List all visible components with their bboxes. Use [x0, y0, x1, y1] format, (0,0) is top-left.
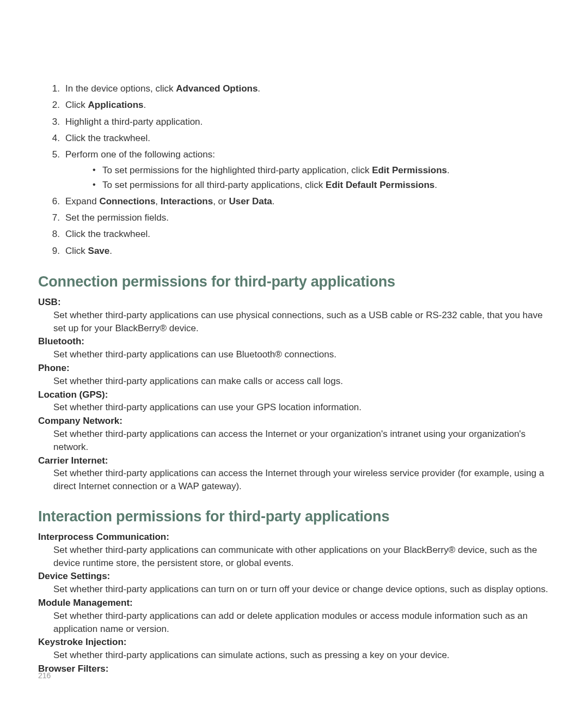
step-item: Perform one of the following actions:To … [49, 148, 550, 192]
definition-term: Interprocess Communication: [38, 531, 550, 544]
step-item: Set the permission fields. [49, 211, 550, 225]
definition-term: Module Management: [38, 597, 550, 610]
definition-description: Set whether third-party applications can… [53, 544, 550, 570]
bold-text: Applications [88, 100, 144, 110]
definition-description: Set whether third-party applications can… [53, 401, 550, 414]
sub-list-item: To set permissions for the highlighted t… [93, 163, 550, 178]
bold-text: Interactions [161, 196, 213, 206]
step-item: Expand Connections, Interactions, or Use… [49, 194, 550, 209]
definition-term: Carrier Internet: [38, 454, 550, 467]
bold-text: Advanced Options [176, 83, 258, 94]
step-item: Click the trackwheel. [49, 131, 550, 145]
definition-description: Set whether third-party applications can… [53, 583, 550, 596]
definition-description: Set whether third-party applications can… [53, 428, 550, 454]
definition-term: Browser Filters: [38, 662, 550, 675]
definition-description: Set whether third-party applications can… [53, 348, 550, 361]
definition-term: Keystroke Injection: [38, 636, 550, 649]
definition-term: USB: [38, 296, 550, 309]
document-page: In the device options, click Advanced Op… [0, 0, 588, 675]
definition-list-connection: USB:Set whether third-party applications… [38, 296, 550, 493]
definition-term: Bluetooth: [38, 335, 550, 348]
definition-term: Location (GPS): [38, 388, 550, 401]
section-heading-interaction: Interaction permissions for third-party … [38, 508, 550, 525]
bold-text: Edit Default Permissions [326, 180, 434, 190]
step-item: Click the trackwheel. [49, 227, 550, 241]
bold-text: User Data [229, 196, 272, 206]
definition-description: Set whether third-party applications can… [53, 649, 550, 662]
steps-list: In the device options, click Advanced Op… [49, 82, 550, 258]
step-item: Click Save. [49, 244, 550, 258]
bold-text: Edit Permissions [372, 165, 447, 175]
step-item: Click Applications. [49, 98, 550, 112]
page-number: 216 [38, 671, 51, 680]
definition-term: Device Settings: [38, 570, 550, 583]
definition-description: Set whether third-party applications can… [53, 467, 550, 493]
definition-description: Set whether third-party applications can… [53, 610, 550, 636]
definition-description: Set whether third-party applications can… [53, 375, 550, 388]
definition-term: Phone: [38, 362, 550, 375]
section-heading-connection: Connection permissions for third-party a… [38, 273, 550, 290]
sub-list-item: To set permissions for all third-party a… [93, 178, 550, 192]
definition-description: Set whether third-party applications can… [53, 309, 550, 335]
step-item: In the device options, click Advanced Op… [49, 82, 550, 96]
sub-list: To set permissions for the highlighted t… [93, 163, 550, 192]
bold-text: Save [88, 246, 110, 256]
definition-list-interaction: Interprocess Communication:Set whether t… [38, 531, 550, 675]
step-item: Highlight a third-party application. [49, 115, 550, 129]
definition-term: Company Network: [38, 415, 550, 428]
bold-text: Connections [99, 196, 155, 206]
